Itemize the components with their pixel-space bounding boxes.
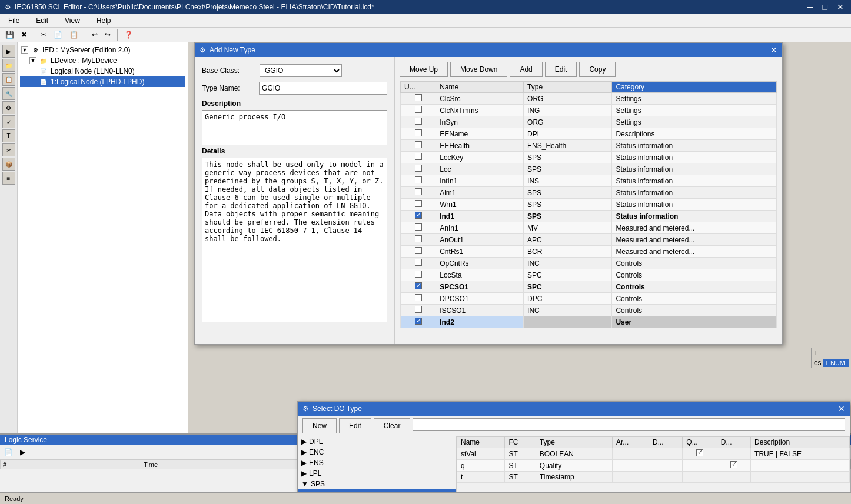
data-objects-table-container[interactable]: U... Name Type Category ClcSrcORGSetting…	[400, 81, 777, 339]
sidebar-icon-9[interactable]: 📦	[2, 158, 15, 171]
col-name[interactable]: Name	[457, 437, 505, 448]
tree-dpl[interactable]: ▶ DPL	[298, 436, 456, 447]
bottom-toolbar-btn1[interactable]: 📄	[1, 446, 16, 458]
table-row[interactable]: ISCSO1INCControls	[401, 305, 777, 316]
type-name-input[interactable]	[259, 82, 387, 95]
move-up-button[interactable]: Move Up	[400, 62, 448, 77]
tree-expand-ldevice[interactable]: ▼	[29, 57, 36, 64]
tree-enc[interactable]: ▶ ENC	[298, 447, 456, 458]
select-do-edit-button[interactable]: Edit	[339, 418, 371, 433]
checkbox-cell[interactable]	[401, 116, 436, 128]
col-header-name[interactable]: Name	[436, 82, 524, 93]
add-button[interactable]: Add	[510, 62, 542, 77]
sidebar-icon-6[interactable]: ✓	[2, 115, 15, 128]
col-q[interactable]: Q...	[683, 437, 717, 448]
details-textarea[interactable]: This node shall be used only to model in…	[202, 158, 387, 322]
col-header-category[interactable]: Category	[612, 82, 777, 93]
table-row[interactable]: Ind2User	[401, 316, 777, 328]
checkbox-cell[interactable]	[401, 152, 436, 163]
tree-lpl[interactable]: ▶ LPL	[298, 468, 456, 479]
checkbox-cell[interactable]	[401, 93, 436, 105]
sidebar-icon-1[interactable]: ▶	[2, 45, 15, 58]
tree-lphd[interactable]: 📄 1:Logical Node (LPHD-LPHD)	[20, 76, 185, 87]
checkbox-cell[interactable]	[401, 222, 436, 234]
clear-button[interactable]: Clear	[374, 418, 411, 433]
select-do-close-button[interactable]: ✕	[838, 404, 845, 413]
toolbar-redo[interactable]: ↪	[102, 29, 114, 41]
sidebar-icon-10[interactable]: ≡	[2, 172, 15, 185]
checkbox-cell[interactable]	[401, 293, 436, 305]
checkbox-cell[interactable]	[401, 128, 436, 140]
sidebar-icon-5[interactable]: ⚙	[2, 101, 15, 114]
dialog-close-button[interactable]: ✕	[770, 45, 777, 55]
tree-ldevice[interactable]: ▼ 📁 LDevice : MyLDevice	[20, 55, 185, 66]
maximize-button[interactable]: □	[820, 2, 830, 12]
toolbar-undo[interactable]: ↩	[89, 29, 101, 41]
sidebar-icon-7[interactable]: T	[2, 129, 15, 142]
col-header-type[interactable]: Type	[524, 82, 612, 93]
new-button[interactable]: New	[302, 418, 337, 433]
checkbox-cell[interactable]	[401, 163, 436, 175]
checkbox-cell[interactable]	[401, 234, 436, 246]
tree-sps[interactable]: ▼ SPS	[298, 479, 456, 489]
col-ar[interactable]: Ar...	[612, 437, 649, 448]
bottom-col-hash[interactable]: #	[1, 460, 141, 469]
checkbox-cell[interactable]	[401, 316, 436, 328]
checkbox-cell[interactable]	[401, 269, 436, 281]
table-row[interactable]: AnIn1MVMeasured and metered...	[401, 222, 777, 234]
table-row[interactable]: LocSPSStatus information	[401, 163, 777, 175]
select-do-title-bar[interactable]: ⚙ Select DO Type ✕	[298, 402, 850, 416]
table-row[interactable]: InSynORGSettings	[401, 116, 777, 128]
table-row[interactable]: ClcNxTmmsINGSettings	[401, 105, 777, 116]
table-row[interactable]: Wrn1SPSStatus information	[401, 199, 777, 211]
table-row[interactable]: LocKeySPSStatus information	[401, 152, 777, 163]
checkbox-cell[interactable]	[401, 211, 436, 222]
menu-file[interactable]: File	[5, 15, 23, 26]
base-class-select[interactable]: GGIO	[260, 64, 342, 77]
tree-root[interactable]: ▼ ⚙ IED : MyServer (Edition 2.0)	[20, 45, 185, 55]
checkbox-cell[interactable]	[401, 246, 436, 258]
toolbar-save[interactable]: 💾	[2, 29, 17, 41]
menu-view[interactable]: View	[61, 15, 84, 26]
table-row[interactable]: DPCSO1DPCControls	[401, 293, 777, 305]
minimize-button[interactable]: ─	[805, 2, 816, 12]
table-row[interactable]: Alm1SPSStatus information	[401, 187, 777, 199]
checkbox-cell[interactable]	[401, 175, 436, 187]
col-header-use[interactable]: U...	[401, 82, 436, 93]
checkbox-cell[interactable]	[401, 105, 436, 116]
table-row[interactable]: SPCSO1SPCControls	[401, 281, 777, 293]
edit-button[interactable]: Edit	[545, 62, 577, 77]
table-row[interactable]: EENameDPLDescriptions	[401, 128, 777, 140]
checkbox-cell[interactable]	[401, 199, 436, 211]
toolbar-help[interactable]: ❓	[121, 29, 136, 41]
close-button[interactable]: ✕	[835, 2, 846, 12]
description-textarea[interactable]: Generic process I/O	[202, 110, 387, 145]
col-d1[interactable]: D...	[649, 437, 683, 448]
sidebar-icon-4[interactable]: 🔧	[2, 87, 15, 100]
bottom-toolbar-btn2[interactable]: ▶	[17, 446, 28, 458]
checkbox-cell[interactable]	[401, 305, 436, 316]
table-row[interactable]: Ind1SPSStatus information	[401, 211, 777, 222]
table-row[interactable]: AnOut1APCMeasured and metered...	[401, 234, 777, 246]
tree-lln0[interactable]: 📄 Logical Node (LLN0-LLN0)	[20, 66, 185, 76]
dialog-title-bar[interactable]: ⚙ Add New Type ✕	[195, 43, 782, 57]
checkbox-cell[interactable]	[401, 140, 436, 152]
table-row[interactable]: LocStaSPCControls	[401, 269, 777, 281]
toolbar-close[interactable]: ✖	[18, 29, 30, 41]
copy-button[interactable]: Copy	[579, 62, 616, 77]
table-row[interactable]: CntRs1BCRMeasured and metered...	[401, 246, 777, 258]
checkbox-cell[interactable]	[401, 187, 436, 199]
sidebar-icon-3[interactable]: 📋	[2, 73, 15, 86]
table-row[interactable]: OpCntRsINCControls	[401, 258, 777, 269]
col-d2[interactable]: D...	[717, 437, 750, 448]
sidebar-icon-8[interactable]: ✂	[2, 143, 15, 156]
tree-ens[interactable]: ▶ ENS	[298, 458, 456, 468]
toolbar-paste[interactable]: 📋	[67, 29, 81, 41]
do-table-row[interactable]: stValSTBOOLEANTRUE | FALSE	[457, 448, 850, 460]
table-row[interactable]: EEHealthENS_HealthStatus information	[401, 140, 777, 152]
tree-expand-root[interactable]: ▼	[21, 46, 28, 54]
menu-help[interactable]: Help	[93, 15, 115, 26]
checkbox-cell[interactable]	[401, 281, 436, 293]
col-desc[interactable]: Description	[751, 437, 850, 448]
do-table-row[interactable]: tSTTimestamp	[457, 472, 850, 483]
